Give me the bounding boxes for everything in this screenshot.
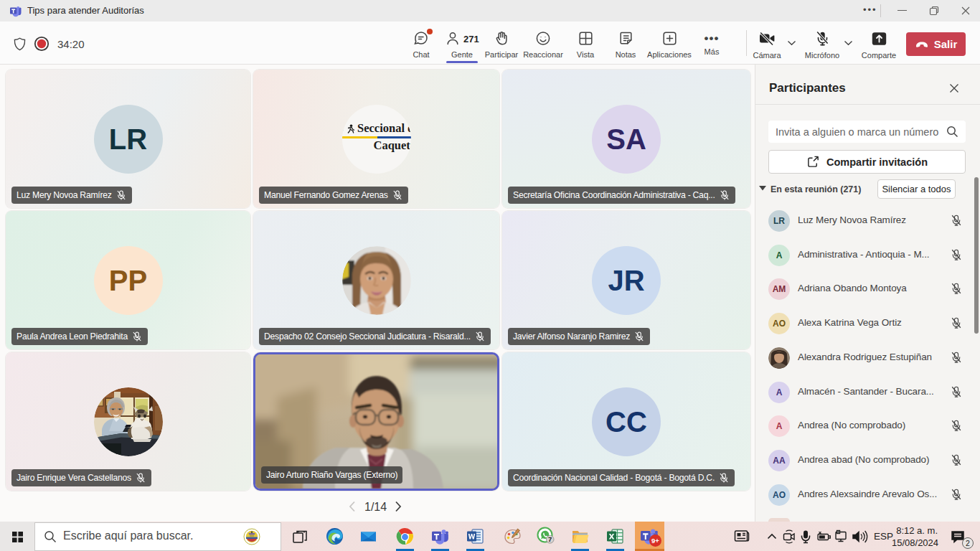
svg-text:7: 7: [548, 535, 552, 543]
